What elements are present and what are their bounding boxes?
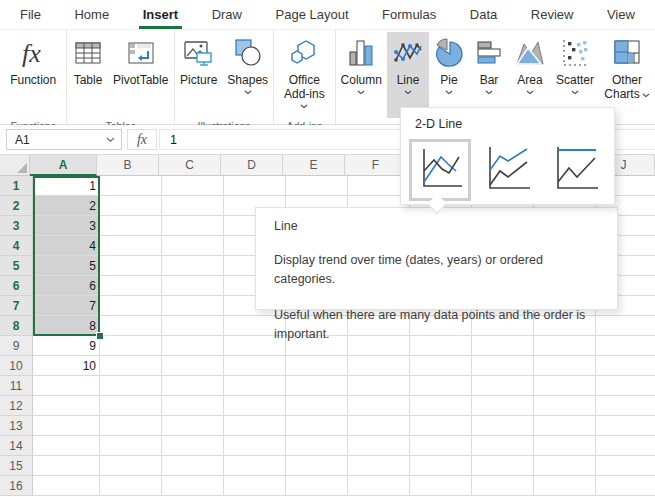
cell-D10[interactable] <box>224 356 286 376</box>
fill-handle[interactable] <box>96 332 104 340</box>
line-chart-button[interactable]: Line <box>387 32 429 118</box>
cell-J14[interactable] <box>596 436 655 456</box>
row-header-10[interactable]: 10 <box>0 356 33 376</box>
tab-file[interactable]: File <box>18 1 43 28</box>
cell-A10[interactable]: 10 <box>33 356 100 376</box>
cell-B13[interactable] <box>100 416 162 436</box>
row-header-14[interactable]: 14 <box>0 436 33 456</box>
cell-C11[interactable] <box>162 376 224 396</box>
cell-B2[interactable] <box>100 196 162 216</box>
cell-C7[interactable] <box>162 296 224 316</box>
row-header-5[interactable]: 5 <box>0 256 33 276</box>
cell-H14[interactable] <box>472 436 534 456</box>
office-addins-button[interactable]: Office Add-ins <box>275 32 333 118</box>
cell-E16[interactable] <box>286 476 348 496</box>
cell-G14[interactable] <box>410 436 472 456</box>
bar-chart-button[interactable]: Bar <box>469 32 509 118</box>
cell-I14[interactable] <box>534 436 596 456</box>
cell-C13[interactable] <box>162 416 224 436</box>
cell-A2[interactable]: 2 <box>33 196 100 216</box>
cell-F12[interactable] <box>348 396 410 416</box>
cell-B10[interactable] <box>100 356 162 376</box>
cell-J9[interactable] <box>596 336 655 356</box>
cell-B5[interactable] <box>100 256 162 276</box>
cell-E12[interactable] <box>286 396 348 416</box>
tab-draw[interactable]: Draw <box>210 1 244 28</box>
row-header-4[interactable]: 4 <box>0 236 33 256</box>
cell-A1[interactable]: 1 <box>33 176 100 196</box>
cell-A16[interactable] <box>33 476 100 496</box>
select-all-button[interactable] <box>0 155 30 176</box>
cell-H12[interactable] <box>472 396 534 416</box>
cell-F14[interactable] <box>348 436 410 456</box>
tab-page-layout[interactable]: Page Layout <box>274 1 351 28</box>
shapes-button[interactable]: Shapes <box>222 32 273 118</box>
cell-F13[interactable] <box>348 416 410 436</box>
tab-formulas[interactable]: Formulas <box>380 1 438 28</box>
cell-A12[interactable] <box>33 396 100 416</box>
row-header-16[interactable]: 16 <box>0 476 33 496</box>
row-header-12[interactable]: 12 <box>0 396 33 416</box>
column-header-E[interactable]: E <box>283 155 345 176</box>
cell-F16[interactable] <box>348 476 410 496</box>
cell-C5[interactable] <box>162 256 224 276</box>
column-chart-button[interactable]: Column <box>336 32 387 118</box>
cell-I16[interactable] <box>534 476 596 496</box>
cell-I12[interactable] <box>534 396 596 416</box>
cell-C6[interactable] <box>162 276 224 296</box>
stacked-line-thumbnail-option[interactable] <box>485 144 532 195</box>
cell-B3[interactable] <box>100 216 162 236</box>
row-header-2[interactable]: 2 <box>0 196 33 216</box>
cell-I13[interactable] <box>534 416 596 436</box>
scatter-chart-button[interactable]: Scatter <box>551 32 599 118</box>
cell-B14[interactable] <box>100 436 162 456</box>
cell-D14[interactable] <box>224 436 286 456</box>
cell-H15[interactable] <box>472 456 534 476</box>
cell-A15[interactable] <box>33 456 100 476</box>
cell-G11[interactable] <box>410 376 472 396</box>
cell-D13[interactable] <box>224 416 286 436</box>
row-header-9[interactable]: 9 <box>0 336 33 356</box>
name-box[interactable]: A1 <box>6 129 122 150</box>
cell-J16[interactable] <box>596 476 655 496</box>
cell-C8[interactable] <box>162 316 224 336</box>
cell-C4[interactable] <box>162 236 224 256</box>
cell-I11[interactable] <box>534 376 596 396</box>
100-percent-stacked-line-thumbnail-option[interactable] <box>553 144 600 195</box>
cell-A14[interactable] <box>33 436 100 456</box>
cell-G12[interactable] <box>410 396 472 416</box>
cell-H11[interactable] <box>472 376 534 396</box>
row-header-1[interactable]: 1 <box>0 176 33 196</box>
cell-E11[interactable] <box>286 376 348 396</box>
cell-C2[interactable] <box>162 196 224 216</box>
cell-G15[interactable] <box>410 456 472 476</box>
cell-F11[interactable] <box>348 376 410 396</box>
cell-A13[interactable] <box>33 416 100 436</box>
cell-A3[interactable]: 3 <box>33 216 100 236</box>
cell-E1[interactable] <box>286 176 348 196</box>
function-button[interactable]: fx Function <box>5 32 61 118</box>
cell-J12[interactable] <box>596 396 655 416</box>
column-header-D[interactable]: D <box>221 155 283 176</box>
cell-C15[interactable] <box>162 456 224 476</box>
tab-data[interactable]: Data <box>468 1 499 28</box>
cell-J15[interactable] <box>596 456 655 476</box>
cell-B1[interactable] <box>100 176 162 196</box>
cell-J13[interactable] <box>596 416 655 436</box>
cell-B11[interactable] <box>100 376 162 396</box>
insert-function-button[interactable]: fx <box>127 129 157 150</box>
cell-A5[interactable]: 5 <box>33 256 100 276</box>
row-header-15[interactable]: 15 <box>0 456 33 476</box>
row-header-7[interactable]: 7 <box>0 296 33 316</box>
cell-G10[interactable] <box>410 356 472 376</box>
tab-home[interactable]: Home <box>72 1 111 28</box>
column-header-C[interactable]: C <box>159 155 221 176</box>
cell-C14[interactable] <box>162 436 224 456</box>
row-header-6[interactable]: 6 <box>0 276 33 296</box>
cell-A11[interactable] <box>33 376 100 396</box>
cell-F10[interactable] <box>348 356 410 376</box>
tab-insert[interactable]: Insert <box>141 1 180 28</box>
picture-button[interactable]: Picture <box>175 32 222 118</box>
other-charts-button[interactable]: Other Charts <box>599 32 655 118</box>
cell-B8[interactable] <box>100 316 162 336</box>
